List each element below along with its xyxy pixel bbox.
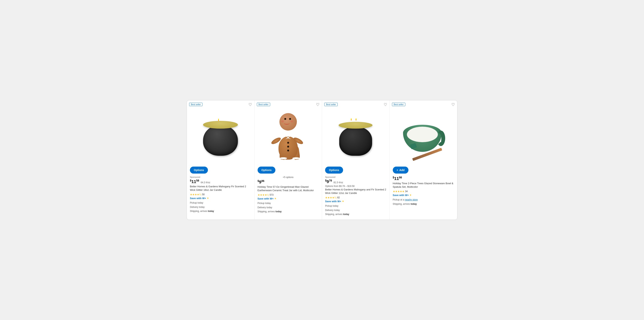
stars-row-4: ★★★★★ 34 xyxy=(393,190,454,193)
nearby-store-link[interactable]: nearby store xyxy=(405,198,418,201)
stars-3: ★★★★½ xyxy=(325,196,336,199)
stars-4: ★★★★★ xyxy=(393,190,404,193)
review-count-4: 34 xyxy=(405,190,408,193)
stars-row-1: ★★★★½ 50 xyxy=(190,193,251,196)
plus-options-2: +5 options xyxy=(258,176,319,179)
stars-row-2: ★★★★½ 573 xyxy=(258,193,319,196)
price-options-3: Options from $9.78 – $19.58 xyxy=(325,185,386,188)
add-button-label: Add xyxy=(399,169,404,172)
stars-1: ★★★★½ xyxy=(190,193,201,196)
price-3: $978 xyxy=(325,179,332,184)
price-row-4: $1198 xyxy=(393,176,454,181)
wishlist-button-3[interactable]: ♡ xyxy=(384,103,387,106)
stars-row-3: ★★★★½ 82 xyxy=(325,196,386,199)
wishlist-button-2[interactable]: ♡ xyxy=(316,103,320,106)
price-row-2: $996 xyxy=(258,179,319,185)
best-seller-badge-3: Best seller xyxy=(324,103,338,106)
options-button-2[interactable]: Options xyxy=(258,167,276,174)
best-seller-badge-4: Best seller xyxy=(392,103,405,106)
price-per-unit-1: 64.3 ¢/oz xyxy=(201,181,210,184)
product-card-3: Best seller ♡ Options Sponsored $978 81.… xyxy=(322,100,390,219)
walmart-plus-3[interactable]: Save with W+ ✦ xyxy=(325,200,386,203)
wishlist-button-1[interactable]: ♡ xyxy=(248,103,252,106)
best-seller-badge-1: Best seller xyxy=(189,103,202,106)
product-image-1[interactable] xyxy=(190,109,251,164)
price-per-unit-3: 81.5 ¢/oz xyxy=(334,181,343,184)
product-image-3[interactable] xyxy=(325,109,386,164)
review-count-1: 50 xyxy=(202,193,204,196)
product-image-2[interactable] xyxy=(258,109,319,164)
stars-2: ★★★★½ xyxy=(258,193,269,196)
price-row-3: $978 81.5 ¢/oz xyxy=(325,179,386,184)
product-image-4[interactable] xyxy=(393,109,454,164)
product-grid: Best seller ♡ Options Sponsored $1158 64… xyxy=(186,100,458,220)
product-title-1[interactable]: Better Homes & Gardens Mahogany Fir Scen… xyxy=(190,185,251,192)
review-count-3: 82 xyxy=(337,196,340,199)
wishlist-button-4[interactable]: ♡ xyxy=(452,103,455,106)
walmart-plus-1[interactable]: Save with W+ ✦ xyxy=(190,197,251,200)
price-2: $996 xyxy=(258,179,264,185)
delivery-info-2: Pickup today Delivery today Shipping, ar… xyxy=(258,201,319,214)
best-seller-badge-2: Best seller xyxy=(257,103,270,106)
price-row-1: $1158 64.3 ¢/oz xyxy=(190,179,251,184)
product-card-2: Best seller ♡ xyxy=(254,100,322,219)
walmart-plus-2[interactable]: Save with W+ ✦ xyxy=(258,197,319,200)
product-title-4[interactable]: Holiday Time 2-Piece Trees Glazed Stonew… xyxy=(393,182,454,189)
price-1: $1158 xyxy=(190,179,199,184)
review-count-2: 573 xyxy=(270,194,274,196)
product-card-1: Best seller ♡ Options Sponsored $1158 64… xyxy=(187,100,254,219)
plus-icon: + xyxy=(397,169,398,172)
walmart-plus-4[interactable]: Save with W+ ✦ xyxy=(393,194,454,197)
add-button-4[interactable]: + Add xyxy=(393,167,408,174)
product-title-3[interactable]: Better Homes & Gardens Mahogany and Fir … xyxy=(325,188,386,195)
sponsored-label-3: Sponsored xyxy=(325,176,386,178)
delivery-info-3: Pickup today Delivery today Shipping, ar… xyxy=(325,204,386,217)
product-title-2[interactable]: Holiday Time 57-Oz Gingerbread Man Glaze… xyxy=(258,185,319,192)
delivery-info-4: Pickup at a nearby store Shipping, arriv… xyxy=(393,198,454,206)
price-4: $1198 xyxy=(393,176,402,181)
delivery-info-1: Pickup today Delivery today Shipping, ar… xyxy=(190,201,251,214)
options-button-3[interactable]: Options xyxy=(325,167,343,174)
options-button-1[interactable]: Options xyxy=(190,167,208,174)
sponsored-label-1: Sponsored xyxy=(190,176,251,178)
product-card-4: Best seller ♡ + Add $1198 Holiday Time 2… xyxy=(390,100,458,219)
